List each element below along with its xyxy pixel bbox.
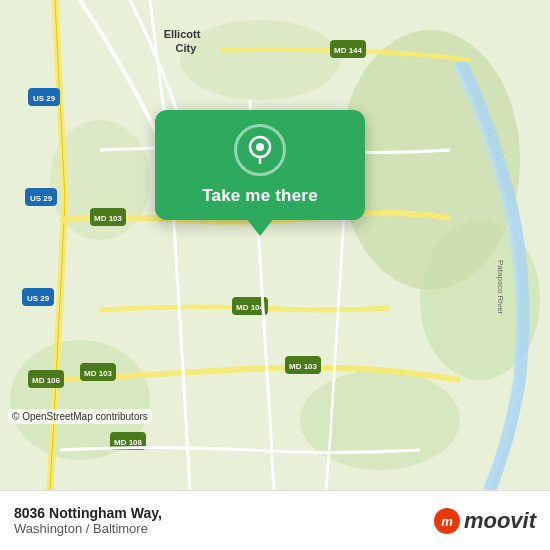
map-container: Patapsco River US 29 US 29 US 29 MD 103 …	[0, 0, 550, 490]
moovit-brand-icon: m	[433, 507, 461, 535]
svg-text:MD 104: MD 104	[236, 303, 265, 312]
take-me-there-button[interactable]: Take me there	[202, 186, 318, 206]
svg-text:MD 106: MD 106	[32, 376, 61, 385]
moovit-logo: m moovit	[433, 507, 536, 535]
city-text: Washington / Baltimore	[14, 521, 433, 536]
svg-text:Ellicott: Ellicott	[164, 28, 201, 40]
address-text: 8036 Nottingham Way,	[14, 505, 433, 522]
svg-text:US 29: US 29	[33, 94, 56, 103]
osm-attribution: © OpenStreetMap contributors	[8, 409, 152, 424]
svg-point-33	[256, 143, 264, 151]
svg-text:MD 108: MD 108	[114, 438, 143, 447]
location-pin-icon	[245, 135, 275, 165]
svg-point-6	[180, 20, 340, 100]
svg-text:MD 103: MD 103	[94, 214, 123, 223]
location-popup[interactable]: Take me there	[155, 110, 365, 220]
address-section: 8036 Nottingham Way, Washington / Baltim…	[14, 505, 433, 537]
svg-text:MD 103: MD 103	[289, 362, 318, 371]
bottom-bar: 8036 Nottingham Way, Washington / Baltim…	[0, 490, 550, 550]
location-icon-wrapper	[234, 124, 286, 176]
svg-text:US 29: US 29	[30, 194, 53, 203]
svg-text:MD 144: MD 144	[334, 46, 363, 55]
svg-text:US 29: US 29	[27, 294, 50, 303]
svg-text:m: m	[441, 514, 453, 529]
svg-text:MD 103: MD 103	[84, 369, 113, 378]
svg-text:Patapsco River: Patapsco River	[496, 260, 505, 315]
moovit-wordmark: moovit	[464, 508, 536, 534]
svg-text:City: City	[176, 42, 198, 54]
svg-point-4	[300, 370, 460, 470]
